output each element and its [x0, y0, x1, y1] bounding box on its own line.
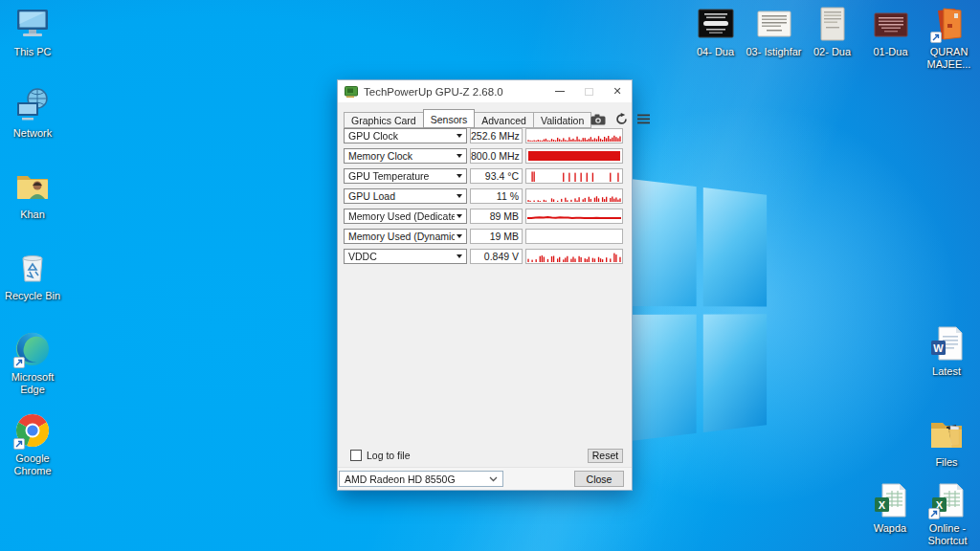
desktop-icon-this-pc[interactable]: This PC: [2, 4, 63, 85]
folder-icon: [926, 414, 967, 454]
desktop-icon-label: Recycle Bin: [5, 290, 60, 302]
chrome-icon: [12, 410, 53, 451]
chevron-down-icon: [457, 174, 462, 178]
windows-logo-pane: [622, 178, 696, 306]
desktop-icon-online-shortcut[interactable]: XOnline - Shortcut: [919, 480, 976, 546]
desktop-icon-label: Online - Shortcut: [919, 522, 976, 546]
sensor-select[interactable]: GPU Temperature: [344, 168, 467, 184]
sensor-select[interactable]: Memory Clock: [344, 148, 467, 164]
shortcut-arrow-icon: [930, 32, 942, 43]
windows-logo-pane: [702, 314, 767, 432]
desktop-icon-label: This PC: [13, 46, 51, 58]
sensor-row: Memory Used (Dynamic)19 MB: [344, 229, 623, 244]
camera-icon[interactable]: [590, 114, 606, 125]
shortcut-arrow-icon: [13, 438, 25, 450]
desktop-icon-network[interactable]: Network: [2, 85, 63, 166]
desktop-icon-label: 02- Dua: [813, 46, 851, 58]
sensor-graph: [525, 249, 623, 264]
sensor-graph: [525, 209, 623, 224]
tab-sensors[interactable]: Sensors: [423, 109, 476, 128]
tab-advanced[interactable]: Advanced: [474, 112, 534, 128]
log-to-file-checkbox[interactable]: [350, 450, 362, 461]
desktop-icon-latest[interactable]: WLatest: [917, 323, 976, 414]
desktop-icon-wapda[interactable]: XWapda: [861, 480, 919, 546]
desktop-icon-label: Latest: [932, 365, 961, 378]
book-icon: [929, 4, 969, 44]
windows-logo: [622, 178, 767, 442]
close-button[interactable]: Close: [574, 471, 624, 487]
chevron-down-icon: [457, 154, 462, 158]
desktop-icon-04-dua[interactable]: 04- Dua: [686, 4, 745, 70]
desktop-icon-quran-majee[interactable]: QURAN MAJEE...: [920, 4, 978, 70]
recycle-bin-icon: [12, 248, 53, 288]
desktop-wallpaper: This PCNetworkKhanRecycle BinMicrosoft E…: [0, 0, 980, 551]
sensor-rows: GPU Clock252.6 MHzMemory Clock800.0 MHzG…: [344, 128, 623, 269]
sensor-value: 252.6 MHz: [470, 128, 523, 143]
tab-graphics-card[interactable]: Graphics Card: [344, 112, 424, 128]
sensor-row: GPU Temperature93.4 °C: [344, 168, 623, 184]
title-bar[interactable]: TechPowerUp GPU-Z 2.68.0 ✕: [338, 80, 632, 102]
chevron-down-icon: [457, 214, 462, 218]
sensor-graph: [525, 229, 623, 244]
desktop-icon-microsoft-edge[interactable]: Microsoft Edge: [2, 329, 63, 410]
image-dark-icon: [696, 4, 736, 44]
maximize-button[interactable]: [574, 80, 603, 102]
user-folder-icon: [12, 166, 53, 207]
menu-icon[interactable]: [637, 114, 650, 124]
tab-validation[interactable]: Validation: [533, 112, 591, 128]
desktop-icon-label: Network: [13, 127, 52, 140]
sensor-select[interactable]: Memory Used (Dedicated): [344, 209, 467, 224]
desktop-icon-khan[interactable]: Khan: [2, 166, 63, 248]
sensor-graph: [525, 148, 623, 164]
sensor-label: Memory Used (Dedicated): [348, 210, 455, 222]
gpuz-app-icon: [345, 86, 358, 98]
sensor-row: GPU Load11 %: [344, 188, 623, 204]
sensor-graph: [525, 188, 623, 204]
desktop-icon-01-dua[interactable]: 01-Dua: [861, 4, 920, 70]
sensor-row: Memory Used (Dedicated)89 MB: [344, 209, 623, 224]
chevron-down-icon: [457, 194, 462, 198]
refresh-icon[interactable]: [615, 113, 628, 125]
sensor-value: 0.849 V: [470, 249, 523, 264]
close-icon: ✕: [612, 86, 621, 97]
sensor-value: 11 %: [470, 188, 523, 204]
device-select[interactable]: AMD Radeon HD 8550G: [339, 471, 503, 487]
sensor-select[interactable]: GPU Load: [344, 188, 467, 204]
maximize-icon: [585, 88, 593, 96]
chevron-down-icon: [457, 254, 462, 258]
desktop-icon-recycle-bin[interactable]: Recycle Bin: [2, 248, 63, 329]
close-window-button[interactable]: ✕: [603, 80, 632, 102]
tab-strip: Graphics Card Sensors Advanced Validatio…: [344, 109, 624, 128]
pc-icon: [12, 4, 53, 44]
shortcut-arrow-icon: [13, 357, 25, 368]
desktop-icon-label: 03- Istighfar: [746, 46, 801, 58]
desktop-icon-label: Files: [935, 456, 957, 469]
minimize-button[interactable]: [546, 80, 574, 102]
device-select-value: AMD Radeon HD 8550G: [345, 474, 489, 485]
chevron-down-icon: [489, 476, 498, 482]
sensor-select[interactable]: VDDC: [344, 249, 467, 264]
desktop-icon-02-dua[interactable]: 02- Dua: [803, 4, 861, 70]
sensor-select[interactable]: GPU Clock: [344, 128, 467, 143]
sensor-row: VDDC0.849 V: [344, 249, 623, 264]
desktop-icon-label: QURAN MAJEE...: [920, 46, 978, 70]
bottom-bar: AMD Radeon HD 8550G Close: [338, 467, 632, 490]
sensor-label: GPU Temperature: [348, 170, 455, 182]
shortcut-arrow-icon: [928, 508, 940, 519]
desktop-icon-03-istighfar[interactable]: 03- Istighfar: [745, 4, 803, 70]
minimize-icon: [555, 91, 565, 92]
sensor-label: GPU Load: [348, 190, 455, 202]
desktop-icon-label: Khan: [20, 209, 45, 221]
excel-icon: X: [927, 480, 968, 520]
desktop-icons-left-column: This PCNetworkKhanRecycle BinMicrosoft E…: [2, 4, 63, 492]
sensor-graph: [525, 168, 623, 184]
desktop-icons-right-column: WLatestFiles: [917, 323, 976, 505]
desktop-icons-bottom-right-row: XWapdaXOnline - Shortcut: [861, 480, 976, 546]
desktop-icon-label: 04- Dua: [697, 46, 734, 58]
sensor-select[interactable]: Memory Used (Dynamic): [344, 229, 467, 244]
reset-button[interactable]: Reset: [588, 449, 623, 463]
sensor-value: 89 MB: [470, 209, 523, 224]
desktop-icon-google-chrome[interactable]: Google Chrome: [2, 410, 63, 492]
excel-icon: X: [870, 480, 910, 520]
sensor-row: Memory Clock800.0 MHz: [344, 148, 623, 164]
